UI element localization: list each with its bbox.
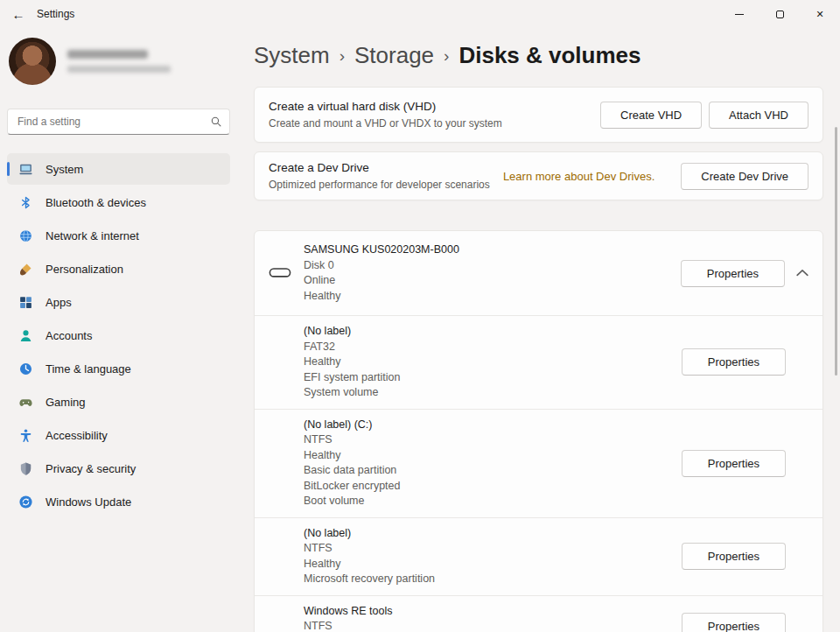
update-arrows-icon [18, 495, 33, 509]
shield-icon [18, 461, 33, 476]
scrollbar-thumb[interactable] [835, 127, 837, 376]
dev-drive-learn-more-link[interactable]: Learn more about Dev Drives. [503, 170, 654, 183]
user-account[interactable] [9, 37, 230, 86]
chevron-up-icon [796, 269, 808, 277]
vhd-card: Create a virtual hard disk (VHD) Create … [254, 87, 823, 143]
disk-drive-icon [269, 266, 291, 280]
volume-row: (No label) NTFS Healthy Microsoft recove… [255, 517, 822, 595]
user-name-redacted [67, 50, 148, 59]
volume-properties-button[interactable]: Properties [682, 348, 786, 376]
clock-icon [18, 362, 33, 376]
disk-detail: Disk 0 [304, 258, 459, 274]
titlebar: ← Settings ✕ [0, 0, 840, 28]
system-icon [18, 162, 33, 177]
maximize-button[interactable] [760, 0, 800, 28]
sidebar: System Bluetooth & devices Network & int… [0, 28, 243, 632]
sidebar-item-label: Accounts [46, 329, 92, 342]
dev-drive-card-subtitle: Optimized performance for developer scen… [269, 179, 490, 191]
sidebar-item-system[interactable]: System [7, 153, 230, 185]
volume-detail: EFI system partition [304, 370, 400, 386]
game-controller-icon [18, 395, 33, 410]
maximize-icon [776, 11, 784, 18]
volume-detail: BitLocker encrypted [304, 479, 400, 495]
person-icon [18, 328, 33, 343]
volume-detail: Boot volume [304, 494, 400, 509]
volume-detail: NTFS [304, 432, 400, 448]
sidebar-item-apps[interactable]: Apps [7, 286, 230, 318]
volume-detail: FAT32 [304, 340, 400, 355]
volume-detail: System volume [304, 385, 400, 401]
volume-label: (No label) [304, 526, 435, 542]
search-input[interactable] [7, 109, 230, 135]
volume-label: (No label) (C:) [304, 418, 400, 433]
volume-properties-button[interactable]: Properties [682, 450, 786, 477]
dev-drive-card: Create a Dev Drive Optimized performance… [254, 151, 823, 200]
back-button[interactable]: ← [0, 0, 37, 28]
search-box [7, 109, 230, 135]
apps-grid-icon [18, 295, 33, 310]
chevron-right-icon: › [444, 39, 449, 71]
create-dev-drive-button[interactable]: Create Dev Drive [681, 163, 808, 190]
disk-header: SAMSUNG KUS020203M-B000 Disk 0 Online He… [255, 231, 822, 315]
breadcrumb-item-system[interactable]: System [254, 40, 330, 70]
disk-properties-button[interactable]: Properties [681, 260, 785, 287]
disk-name: SAMSUNG KUS020203M-B000 [304, 242, 459, 258]
minimize-button[interactable] [719, 0, 760, 28]
vhd-card-title: Create a virtual hard disk (VHD) [269, 100, 502, 113]
volume-row: Windows RE tools NTFS Healthy Properties [255, 595, 822, 632]
volume-detail: NTFS [304, 541, 435, 557]
sidebar-item-network-internet[interactable]: Network & internet [7, 220, 230, 251]
sidebar-item-windows-update[interactable]: Windows Update [7, 486, 230, 517]
sidebar-item-label: Privacy & security [46, 462, 136, 475]
page-title: Disks & volumes [458, 40, 640, 70]
disk-detail: Online [304, 273, 459, 289]
create-vhd-button[interactable]: Create VHD [600, 102, 702, 129]
window-controls: ✕ [719, 0, 840, 28]
sidebar-item-label: Apps [46, 296, 72, 309]
volume-detail: Healthy [304, 448, 400, 464]
breadcrumb: System › Storage › Disks & volumes [254, 39, 823, 71]
sidebar-item-bluetooth-devices[interactable]: Bluetooth & devices [7, 186, 230, 218]
volume-detail: Microsoft recovery partition [304, 572, 435, 587]
close-icon: ✕ [816, 9, 823, 20]
sidebar-item-privacy-security[interactable]: Privacy & security [7, 453, 230, 484]
sidebar-item-label: System [46, 163, 83, 176]
user-email-redacted [67, 66, 171, 73]
volume-detail: NTFS [304, 619, 392, 632]
close-button[interactable]: ✕ [800, 0, 840, 28]
disk-detail: Healthy [304, 289, 459, 305]
sidebar-item-gaming[interactable]: Gaming [7, 386, 230, 418]
volume-row: (No label) (C:) NTFS Healthy Basic data … [255, 409, 822, 517]
sidebar-item-accounts[interactable]: Accounts [7, 320, 230, 351]
volume-label: (No label) [304, 324, 400, 340]
globe-icon [18, 228, 33, 243]
avatar [9, 38, 56, 85]
paintbrush-icon [18, 262, 33, 277]
disk-card: SAMSUNG KUS020203M-B000 Disk 0 Online He… [254, 230, 823, 632]
sidebar-item-label: Time & language [46, 362, 131, 376]
bluetooth-icon [18, 195, 33, 210]
back-arrow-icon: ← [12, 7, 25, 22]
sidebar-nav: System Bluetooth & devices Network & int… [7, 152, 230, 518]
sidebar-item-label: Personalization [46, 263, 123, 276]
volume-detail: Basic data partition [304, 463, 400, 479]
sidebar-item-label: Windows Update [46, 495, 131, 509]
sidebar-item-label: Network & internet [46, 229, 139, 242]
sidebar-item-personalization[interactable]: Personalization [7, 253, 230, 284]
sidebar-item-accessibility[interactable]: Accessibility [7, 419, 230, 451]
volume-detail: Healthy [304, 557, 435, 572]
sidebar-item-label: Bluetooth & devices [46, 196, 146, 209]
volume-label: Windows RE tools [304, 604, 392, 620]
volume-detail: Healthy [304, 355, 400, 370]
breadcrumb-item-storage[interactable]: Storage [354, 40, 434, 70]
search-icon[interactable] [210, 116, 222, 128]
accessibility-person-icon [18, 428, 33, 443]
sidebar-item-label: Accessibility [46, 429, 108, 442]
vhd-card-subtitle: Create and mount a VHD or VHDX to your s… [269, 117, 502, 130]
minimize-icon [735, 14, 744, 15]
volume-properties-button[interactable]: Properties [682, 613, 786, 632]
collapse-disk-button[interactable] [796, 267, 808, 279]
attach-vhd-button[interactable]: Attach VHD [709, 102, 808, 129]
sidebar-item-time-language[interactable]: Time & language [7, 353, 230, 384]
volume-properties-button[interactable]: Properties [682, 543, 786, 570]
